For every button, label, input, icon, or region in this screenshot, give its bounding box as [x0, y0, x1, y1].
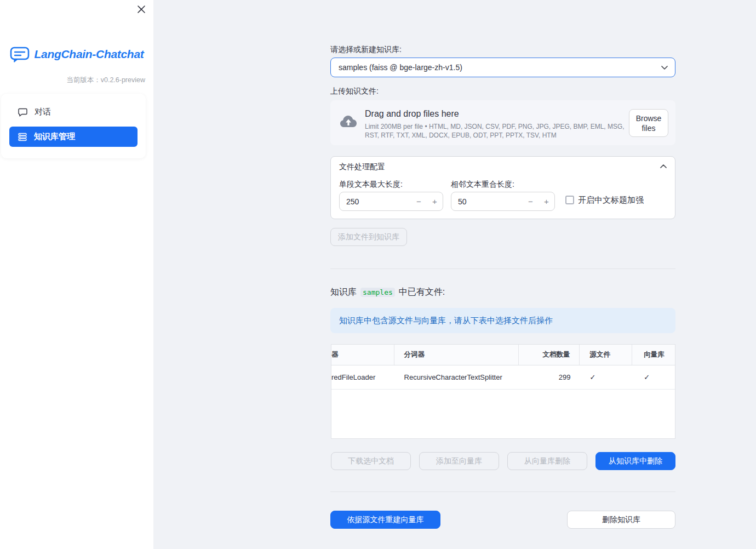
column-header-loader[interactable]: 器: [331, 345, 394, 365]
divider: [330, 268, 675, 269]
sidebar-item-chat[interactable]: 对话: [9, 102, 138, 122]
dropzone-limit-text: Limit 200MB per file • HTML, MD, JSON, C…: [365, 122, 627, 140]
chevron-down-icon: [661, 66, 668, 70]
kb-select[interactable]: samples (faiss @ bge-large-zh-v1.5): [330, 58, 675, 77]
logo-text: LangChain-Chatchat: [35, 48, 144, 61]
heading-prefix: 知识库: [330, 287, 357, 298]
add-to-vector-store-button[interactable]: 添加至向量库: [419, 452, 499, 470]
existing-files-heading: 知识库 samples 中已有文件:: [330, 287, 445, 298]
sidebar-item-label: 对话: [35, 107, 51, 117]
zh-title-enhance-label: 开启中文标题加强: [578, 195, 644, 205]
sidebar: LangChain-Chatchat 当前版本：v0.2.6-preview 对…: [0, 0, 153, 549]
file-dropzone[interactable]: Drag and drop files here Limit 200MB per…: [330, 100, 675, 145]
expander-title: 文件处理配置: [339, 157, 385, 177]
delete-kb-button[interactable]: 删除知识库: [567, 511, 675, 529]
cell-source-file-check: ✓: [580, 365, 632, 389]
kb-select-value: samples (faiss @ bge-large-zh-v1.5): [331, 63, 661, 72]
cell-doc-count: 299: [519, 365, 580, 389]
kb-select-label: 请选择或新建知识库:: [330, 45, 402, 55]
sidebar-menu: 对话 知识库管理: [1, 94, 146, 158]
plus-button[interactable]: +: [539, 192, 554, 210]
chunk-size-label: 单段文本最大长度:: [339, 180, 403, 190]
add-files-button[interactable]: 添加文件到知识库: [330, 228, 407, 246]
close-icon: [138, 5, 145, 13]
chevron-up-icon: [660, 164, 667, 168]
minus-button[interactable]: −: [411, 192, 427, 210]
table-row[interactable]: redFileLoader RecursiveCharacterTextSpli…: [331, 365, 675, 390]
sidebar-item-knowledge-base[interactable]: 知识库管理: [9, 127, 138, 147]
logo-chat-icon: [10, 46, 30, 62]
version-text: 当前版本：v0.2.6-preview: [0, 76, 153, 85]
overlap-size-value: 50: [451, 197, 523, 206]
heading-suffix: 中已有文件:: [399, 287, 445, 298]
chunk-size-value: 250: [340, 197, 411, 206]
file-config-expander: 文件处理配置 单段文本最大长度: 相邻文本重合长度: 250 − + 50 − …: [330, 156, 675, 219]
overlap-size-label: 相邻文本重合长度:: [451, 180, 514, 190]
sidebar-close-button[interactable]: [136, 4, 147, 15]
cell-loader: redFileLoader: [331, 365, 394, 389]
sidebar-item-label: 知识库管理: [34, 131, 75, 142]
upload-label: 上传知识文件:: [330, 87, 379, 96]
chunk-size-input[interactable]: 250 − +: [339, 192, 443, 211]
plus-button[interactable]: +: [427, 192, 443, 210]
rebuild-vector-store-button[interactable]: 依据源文件重建向量库: [330, 511, 440, 529]
divider: [330, 491, 675, 492]
dropzone-title: Drag and drop files here: [365, 109, 459, 119]
zh-title-enhance-checkbox[interactable]: [565, 196, 574, 204]
minus-button[interactable]: −: [523, 192, 539, 210]
column-header-source-file[interactable]: 源文件: [580, 345, 632, 365]
cloud-upload-icon: [340, 115, 357, 129]
download-selected-button[interactable]: 下载选中文档: [331, 452, 411, 470]
files-table: 器 分词器 文档数量 源文件 向量库 redFileLoader Recursi…: [331, 344, 675, 439]
knowledge-base-icon: [18, 133, 27, 141]
file-config-expander-header[interactable]: 文件处理配置: [331, 157, 675, 177]
logo: LangChain-Chatchat: [0, 46, 153, 62]
chat-bubble-icon: [18, 108, 27, 117]
overlap-size-input[interactable]: 50 − +: [451, 192, 555, 211]
delete-from-kb-button[interactable]: 从知识库中删除: [595, 452, 675, 470]
column-header-doc-count[interactable]: 文档数量: [519, 345, 580, 365]
browse-files-button[interactable]: Browse files: [629, 109, 668, 137]
info-alert: 知识库中包含源文件与向量库，请从下表中选择文件后操作: [330, 308, 675, 333]
kb-name-code: samples: [360, 288, 395, 297]
cell-vector-store-check: ✓: [632, 365, 675, 389]
delete-from-vector-store-button[interactable]: 从向量库删除: [507, 452, 587, 470]
column-header-vector-store[interactable]: 向量库: [632, 345, 675, 365]
cell-splitter: RecursiveCharacterTextSplitter: [394, 365, 519, 389]
column-header-splitter[interactable]: 分词器: [394, 345, 519, 365]
files-table-header: 器 分词器 文档数量 源文件 向量库: [331, 345, 675, 365]
